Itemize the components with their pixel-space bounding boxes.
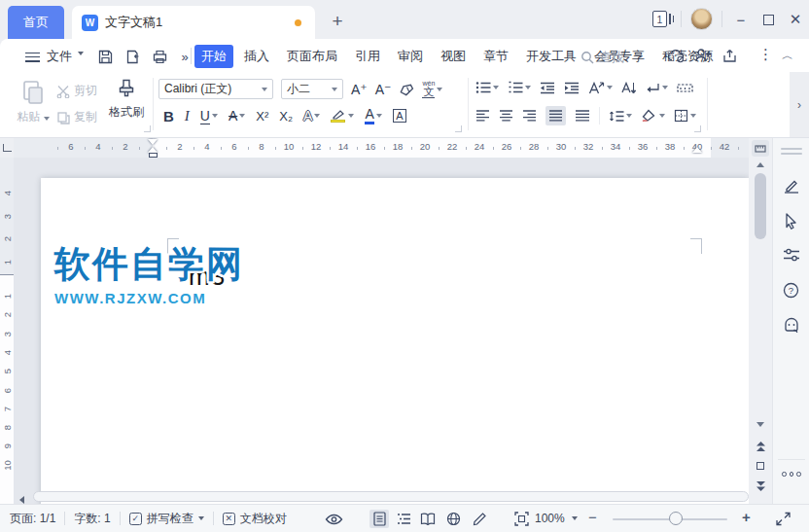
edit-pen-button[interactable]: [783, 177, 800, 195]
underline-button[interactable]: U: [200, 108, 218, 124]
fit-page-button[interactable]: [511, 510, 531, 528]
font-family-select[interactable]: Calibri (正文): [158, 79, 273, 99]
right-indent-marker[interactable]: [692, 147, 702, 153]
font-size-select[interactable]: 小二: [281, 79, 343, 99]
tab-stops-button[interactable]: [677, 82, 693, 94]
document-proofing-button[interactable]: ✕ 文档校对: [223, 511, 287, 527]
sidebar-drag-handle[interactable]: [781, 145, 802, 158]
user-avatar[interactable]: [690, 8, 713, 30]
find-button[interactable]: 查找: [580, 49, 624, 66]
save-button[interactable]: [95, 47, 115, 66]
character-border-button[interactable]: A: [393, 109, 406, 123]
numbered-list-button[interactable]: [508, 81, 531, 94]
grow-font-button[interactable]: A⁺: [351, 82, 368, 97]
vertical-scrollbar[interactable]: [749, 138, 772, 504]
file-menu-caret-icon[interactable]: [78, 52, 84, 55]
bold-button[interactable]: B: [163, 108, 174, 124]
vertical-scroll-thumb[interactable]: [755, 173, 766, 239]
paragraph-layout-button[interactable]: [645, 82, 668, 94]
help-button[interactable]: ?: [783, 282, 799, 299]
view-read-button[interactable]: [418, 510, 438, 528]
spell-check-button[interactable]: ✓ 拼写检查: [129, 511, 204, 527]
tab-section[interactable]: 章节: [476, 45, 515, 68]
scroll-up-arrow-icon[interactable]: [749, 162, 772, 167]
increase-indent-button[interactable]: [564, 82, 580, 94]
paste-button[interactable]: 粘贴: [14, 79, 53, 125]
hamburger-menu-icon[interactable]: [25, 50, 40, 64]
ruler-toggle-button[interactable]: [752, 140, 769, 157]
decrease-indent-button[interactable]: [540, 82, 555, 94]
font-color-button[interactable]: A: [365, 107, 381, 124]
first-line-indent-marker[interactable]: [148, 139, 158, 145]
page-indicator[interactable]: 页面: 1/1: [10, 511, 55, 527]
view-outline-button[interactable]: [394, 510, 413, 528]
highlight-color-button[interactable]: [331, 109, 354, 124]
ink-pencil-button[interactable]: [470, 510, 489, 528]
cut-button[interactable]: 剪切: [56, 83, 97, 99]
select-browse-object-button[interactable]: [749, 462, 772, 470]
maximize-button[interactable]: [756, 8, 780, 31]
eye-protection-button[interactable]: [324, 510, 343, 528]
minimize-button[interactable]: −: [729, 8, 753, 31]
new-tab-button[interactable]: +: [325, 8, 350, 35]
tab-view[interactable]: 视图: [434, 45, 473, 68]
close-button[interactable]: ✕: [784, 8, 807, 31]
view-page-button[interactable]: [369, 510, 389, 528]
share-button[interactable]: [721, 48, 738, 63]
document-page[interactable]: m3 软件自学网 WWW.RJZXW.COM: [41, 178, 749, 504]
cloud-sync-button[interactable]: [667, 48, 686, 63]
borders-button[interactable]: [674, 109, 696, 123]
tab-developer[interactable]: 开发工具: [519, 45, 583, 68]
scroll-down-arrow-icon[interactable]: [749, 422, 772, 427]
superscript-button[interactable]: X²: [256, 109, 268, 124]
home-tab-button[interactable]: 首页: [8, 6, 64, 39]
word-count[interactable]: 字数: 1: [74, 511, 110, 527]
ribbon-overflow-button[interactable]: ⋮: [758, 46, 773, 63]
sidebar-more-button[interactable]: [782, 472, 801, 477]
shading-button[interactable]: [641, 109, 665, 123]
zoom-caret-icon[interactable]: [572, 516, 578, 520]
quickbar-more-button[interactable]: »: [175, 47, 194, 66]
view-web-button[interactable]: [443, 510, 463, 528]
horizontal-scroll-thumb[interactable]: [33, 491, 749, 502]
clear-format-button[interactable]: [399, 83, 414, 96]
tab-selector-icon[interactable]: [3, 144, 12, 152]
select-cursor-button[interactable]: [783, 212, 799, 230]
zoom-slider-handle[interactable]: [669, 512, 683, 525]
text-scale-button[interactable]: [588, 82, 613, 94]
align-center-button[interactable]: [499, 110, 513, 122]
file-menu[interactable]: 文件: [47, 48, 72, 65]
copy-button[interactable]: 复制: [56, 109, 97, 125]
group-expander-icon[interactable]: [455, 125, 462, 132]
strikethrough-button[interactable]: A: [229, 108, 245, 124]
document-area[interactable]: m3 软件自学网 WWW.RJZXW.COM: [14, 158, 749, 504]
text-direction-button[interactable]: [621, 82, 636, 94]
settings-sliders-button[interactable]: [783, 247, 800, 263]
invite-collaborator-button[interactable]: [694, 48, 712, 63]
zoom-in-button[interactable]: +: [742, 509, 751, 525]
tab-review[interactable]: 审阅: [391, 45, 430, 68]
tab-references[interactable]: 引用: [348, 45, 387, 68]
align-left-button[interactable]: [475, 110, 490, 122]
collapse-ribbon-button[interactable]: ︿: [782, 48, 793, 64]
text-effects-button[interactable]: A: [303, 108, 320, 124]
align-right-button[interactable]: [522, 110, 537, 122]
expand-styles-button[interactable]: ›: [790, 72, 809, 137]
mascot-assistant-button[interactable]: [783, 317, 800, 335]
zoom-out-button[interactable]: −: [588, 509, 597, 525]
justify-button[interactable]: [545, 106, 566, 125]
group-expander-icon[interactable]: [144, 125, 151, 132]
horizontal-ruler[interactable]: 6422468101214161820222426283032343638404…: [0, 138, 809, 158]
vertical-ruler[interactable]: 432112345678910: [0, 158, 14, 504]
print-button[interactable]: [150, 47, 169, 66]
format-painter-button[interactable]: 格式刷: [105, 78, 148, 121]
next-page-button[interactable]: [749, 480, 772, 492]
zoom-level[interactable]: 100%: [535, 512, 565, 525]
shrink-font-button[interactable]: A⁻: [375, 82, 392, 97]
italic-button[interactable]: I: [185, 108, 190, 124]
tab-home[interactable]: 开始: [194, 45, 233, 68]
distribute-button[interactable]: [575, 110, 590, 122]
phonetic-guide-button[interactable]: wén 文: [422, 80, 442, 98]
export-button[interactable]: [123, 47, 142, 66]
scroll-left-arrow-icon[interactable]: [19, 493, 24, 504]
